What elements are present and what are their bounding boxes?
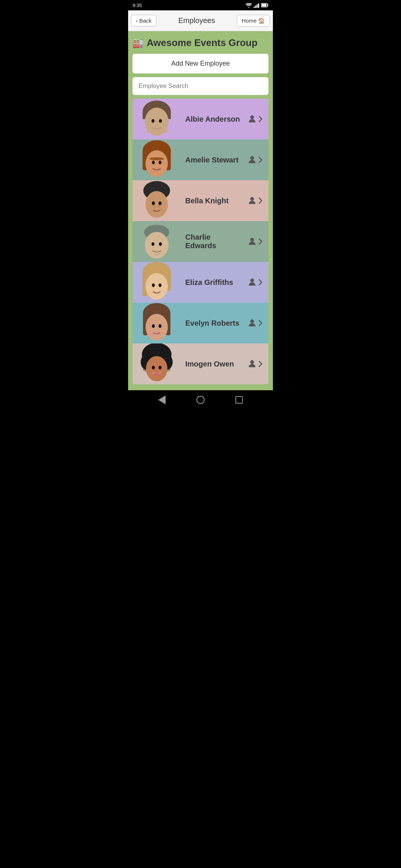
svg-point-32 (250, 197, 254, 201)
status-bar: 9:35 (128, 0, 273, 10)
svg-point-49 (250, 279, 254, 282)
svg-point-31 (157, 205, 160, 207)
add-employee-button[interactable]: Add New Employee (133, 54, 268, 73)
svg-point-59 (250, 319, 254, 323)
svg-point-47 (152, 290, 154, 293)
employee-row[interactable]: Eliza Griffiths (133, 262, 268, 303)
employee-avatar (133, 99, 181, 139)
person-icon (248, 155, 257, 164)
employee-avatar (133, 139, 181, 180)
employee-avatar (133, 180, 181, 221)
employee-name: Amelie Stewart (181, 156, 248, 164)
svg-rect-5 (262, 4, 267, 7)
battery-icon (261, 3, 268, 7)
svg-point-44 (146, 273, 168, 300)
nav-home-button[interactable] (193, 393, 208, 407)
svg-point-45 (152, 283, 155, 287)
svg-point-67 (159, 366, 162, 369)
svg-point-37 (159, 242, 162, 246)
svg-rect-3 (258, 3, 259, 8)
nav-home-icon (196, 396, 205, 404)
company-name: Awesome Events Group (147, 37, 258, 49)
svg-point-48 (159, 290, 161, 293)
svg-point-14 (250, 115, 254, 119)
page-title: Employees (178, 16, 215, 25)
employee-actions (248, 196, 268, 205)
svg-point-65 (146, 356, 167, 381)
home-button[interactable]: Home 🏠 (237, 15, 270, 27)
svg-point-11 (151, 119, 154, 123)
employee-row[interactable]: Imogen Owen (133, 343, 268, 384)
svg-point-36 (151, 242, 154, 246)
employee-actions (248, 278, 268, 287)
svg-point-19 (146, 150, 168, 177)
nav-back-button[interactable] (155, 392, 169, 407)
svg-rect-13 (147, 125, 167, 133)
employee-avatar (133, 303, 181, 343)
svg-point-21 (159, 161, 162, 164)
svg-point-20 (152, 161, 155, 164)
svg-point-29 (159, 201, 162, 205)
employee-actions (248, 237, 268, 246)
person-icon (248, 196, 257, 205)
employee-actions (248, 115, 268, 124)
employee-name: Evelyn Roberts (181, 319, 248, 328)
svg-point-54 (146, 314, 168, 341)
employee-name: Albie Anderson (181, 115, 248, 124)
status-left: 9:35 (133, 3, 142, 8)
svg-rect-0 (254, 7, 255, 8)
employee-avatar (133, 262, 181, 303)
employee-search-input[interactable] (133, 77, 268, 95)
employee-row[interactable]: Amelie Stewart (133, 139, 268, 180)
svg-point-58 (159, 330, 162, 333)
employee-name: Bella Knight (181, 197, 248, 205)
back-button[interactable]: ‹ Back (131, 15, 156, 26)
svg-point-27 (146, 191, 168, 218)
svg-point-22 (149, 157, 164, 160)
svg-point-38 (250, 238, 254, 241)
chevron-right-icon (257, 359, 264, 368)
employee-row[interactable]: Albie Anderson (133, 99, 268, 139)
person-icon (248, 115, 257, 124)
employee-row[interactable]: Evelyn Roberts (133, 303, 268, 343)
employee-avatar (133, 343, 181, 384)
svg-point-69 (159, 371, 162, 374)
svg-point-56 (159, 324, 162, 328)
chevron-right-icon (257, 319, 264, 328)
home-label: Home (242, 17, 257, 24)
nav-back-icon (158, 395, 166, 404)
svg-point-70 (250, 360, 254, 364)
app-bar: ‹ Back Employees Home 🏠 (128, 10, 273, 31)
employee-row[interactable]: Charlie Edwards (133, 221, 268, 262)
home-icon: 🏠 (258, 17, 265, 24)
person-icon (248, 237, 257, 246)
chevron-right-icon (257, 237, 264, 246)
wifi-icon (245, 3, 252, 8)
person-icon (248, 278, 257, 287)
svg-point-30 (154, 206, 156, 208)
signal-icon (254, 3, 260, 8)
svg-point-46 (159, 283, 162, 287)
svg-rect-2 (257, 4, 258, 8)
svg-point-68 (152, 371, 155, 374)
employee-row[interactable]: Bella Knight (133, 180, 268, 221)
employee-actions (248, 319, 268, 328)
svg-rect-1 (255, 6, 256, 8)
company-header: 🏭 Awesome Events Group (133, 37, 268, 49)
svg-point-23 (250, 156, 254, 160)
employee-actions (248, 359, 268, 368)
main-content: 🏭 Awesome Events Group Add New Employee (128, 31, 273, 390)
chevron-right-icon (257, 196, 264, 205)
status-right (245, 3, 268, 8)
chevron-right-icon (257, 155, 264, 164)
chevron-right-icon (257, 115, 264, 124)
nav-bar (128, 390, 273, 410)
svg-point-55 (152, 324, 155, 328)
svg-point-66 (152, 366, 155, 369)
employee-actions (248, 155, 268, 164)
status-time: 9:35 (133, 3, 142, 8)
nav-recent-button[interactable] (232, 393, 246, 407)
svg-point-12 (159, 119, 162, 123)
employee-list: Albie Anderson (133, 99, 268, 384)
nav-recent-icon (235, 396, 243, 404)
